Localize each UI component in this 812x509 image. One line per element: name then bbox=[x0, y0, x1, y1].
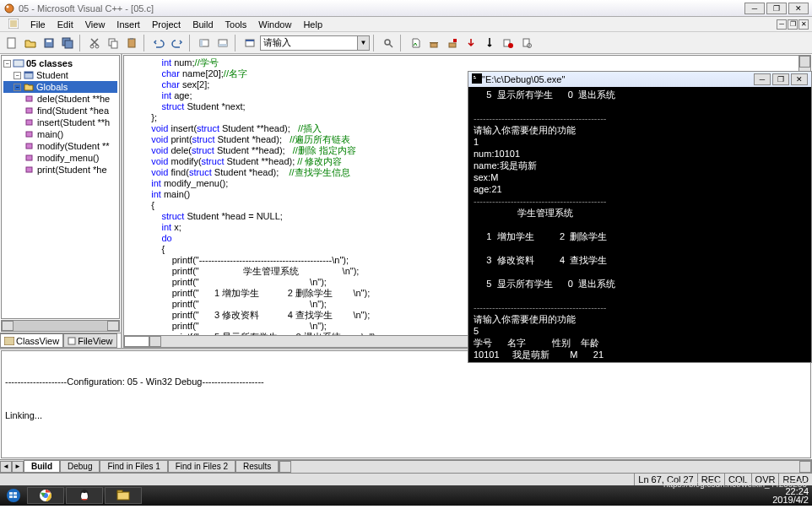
collapse-icon[interactable]: − bbox=[3, 60, 11, 68]
find-in-files-icon[interactable] bbox=[518, 35, 535, 51]
tree-item-label: main() bbox=[37, 129, 63, 139]
execute-icon[interactable] bbox=[463, 35, 479, 51]
mdi-minimize[interactable]: ─ bbox=[777, 19, 787, 30]
stop-build-icon[interactable] bbox=[444, 35, 461, 51]
output-tab-find2[interactable]: Find in Files 2 bbox=[168, 460, 235, 473]
menu-insert[interactable]: Insert bbox=[111, 19, 145, 30]
redo-icon[interactable] bbox=[169, 35, 186, 51]
func-icon bbox=[24, 141, 35, 151]
undo-icon[interactable] bbox=[150, 35, 167, 51]
expand-icon[interactable]: − bbox=[14, 84, 21, 91]
tree-item[interactable]: modify_menu() bbox=[3, 152, 117, 164]
chevron-down-icon[interactable]: ▼ bbox=[357, 36, 369, 50]
tree-item[interactable]: print(Student *he bbox=[3, 164, 117, 176]
scroll-up-icon[interactable] bbox=[799, 56, 810, 68]
output-tab-find1[interactable]: Find in Files 1 bbox=[100, 460, 167, 473]
tree-item-label: modify(Student ** bbox=[37, 141, 110, 151]
console-window[interactable]: "E:\c\Debug\05.exe" ─ ❐ ✕ 5 显示所有学生 0 退出系… bbox=[468, 71, 812, 363]
output-tab-build[interactable]: Build bbox=[24, 460, 60, 473]
split-handle[interactable] bbox=[124, 336, 149, 347]
menu-tools[interactable]: Tools bbox=[220, 19, 252, 30]
svg-rect-12 bbox=[128, 39, 135, 47]
find-combo[interactable]: 请输入 ▼ bbox=[260, 35, 370, 51]
tree-root[interactable]: − 05 classes bbox=[3, 57, 117, 69]
tree-item[interactable]: −Student bbox=[3, 69, 117, 81]
separator bbox=[400, 35, 403, 51]
tree-item[interactable]: modify(Student ** bbox=[3, 140, 117, 152]
console-title-bar[interactable]: "E:\c\Debug\05.exe" ─ ❐ ✕ bbox=[468, 72, 811, 87]
class-tree[interactable]: − 05 classes −Student−Globalsdele(Studen… bbox=[1, 55, 120, 319]
output-content[interactable]: --------------------Configuration: 05 - … bbox=[1, 350, 811, 458]
minimize-button[interactable]: ─ bbox=[744, 3, 765, 14]
output-area: --------------------Configuration: 05 - … bbox=[0, 348, 812, 473]
go-icon[interactable] bbox=[481, 35, 498, 51]
breakpoint-icon[interactable] bbox=[500, 35, 517, 51]
expand-icon[interactable]: − bbox=[14, 72, 21, 79]
find-icon[interactable] bbox=[380, 35, 397, 51]
tree-hscroll[interactable] bbox=[1, 320, 120, 332]
svg-rect-48 bbox=[117, 490, 122, 492]
explorer-icon[interactable] bbox=[105, 487, 142, 504]
workspace-icon[interactable] bbox=[196, 35, 213, 51]
new-icon[interactable] bbox=[3, 35, 20, 51]
menu-edit[interactable]: Edit bbox=[52, 19, 78, 30]
classview-tab[interactable]: ClassView bbox=[0, 333, 63, 348]
compile-icon[interactable] bbox=[407, 35, 424, 51]
save-icon[interactable] bbox=[41, 35, 57, 51]
cut-icon[interactable] bbox=[86, 35, 103, 51]
window-list-icon[interactable] bbox=[241, 35, 258, 51]
tree-item[interactable]: main() bbox=[3, 128, 117, 140]
save-all-icon[interactable] bbox=[59, 35, 76, 51]
tree-item[interactable]: insert(Student **h bbox=[3, 116, 117, 128]
output-icon[interactable] bbox=[214, 35, 231, 51]
svg-rect-32 bbox=[26, 108, 32, 113]
tree-item[interactable]: −Globals bbox=[3, 81, 117, 93]
scroll-left-icon[interactable] bbox=[149, 336, 161, 347]
mdi-controls: ─ ❐ ✕ bbox=[777, 19, 809, 30]
console-body[interactable]: 5 显示所有学生 0 退出系统 ------------------------… bbox=[468, 87, 811, 362]
tree-item-label: dele(Student **he bbox=[37, 94, 110, 104]
console-maximize[interactable]: ❐ bbox=[772, 73, 789, 85]
console-minimize[interactable]: ─ bbox=[754, 73, 771, 85]
mdi-close[interactable]: ✕ bbox=[798, 19, 809, 30]
tree-item-label: Student bbox=[36, 70, 68, 80]
menu-view[interactable]: View bbox=[80, 19, 111, 30]
watermark: https://blog.csdn.net/weixin_44259250 bbox=[663, 479, 807, 489]
separator bbox=[143, 35, 147, 51]
menu-window[interactable]: Window bbox=[253, 19, 296, 30]
clock[interactable]: 22:242019/4/2 bbox=[772, 487, 809, 504]
svg-rect-23 bbox=[453, 39, 457, 42]
maximize-button[interactable]: ❐ bbox=[766, 3, 787, 14]
fileview-tab[interactable]: FileView bbox=[63, 333, 116, 348]
menu-help[interactable]: Help bbox=[298, 19, 328, 30]
tree-item[interactable]: find(Student *hea bbox=[3, 105, 117, 116]
build-icon[interactable] bbox=[425, 35, 442, 51]
output-tab-debug[interactable]: Debug bbox=[60, 460, 100, 473]
open-icon[interactable] bbox=[22, 35, 39, 51]
paste-icon[interactable] bbox=[123, 35, 140, 51]
tab-scroll-right[interactable]: ► bbox=[12, 461, 24, 473]
svg-rect-5 bbox=[46, 40, 51, 42]
qq-icon[interactable] bbox=[66, 487, 103, 504]
menu-file[interactable]: File bbox=[25, 19, 51, 30]
svg-point-46 bbox=[85, 493, 88, 495]
scroll-right-icon[interactable] bbox=[107, 321, 119, 331]
output-tab-results[interactable]: Results bbox=[235, 460, 279, 473]
menu-project[interactable]: Project bbox=[147, 19, 186, 30]
close-button[interactable]: ✕ bbox=[788, 3, 809, 14]
output-line: Linking... bbox=[5, 410, 807, 420]
start-button[interactable] bbox=[2, 487, 25, 504]
scroll-left-icon[interactable] bbox=[2, 321, 14, 331]
svg-rect-47 bbox=[117, 492, 129, 500]
mdi-restore[interactable]: ❐ bbox=[788, 19, 798, 30]
tab-scroll-left[interactable]: ◄ bbox=[0, 461, 12, 473]
copy-icon[interactable] bbox=[105, 35, 122, 51]
console-close[interactable]: ✕ bbox=[791, 73, 808, 85]
menu-build[interactable]: Build bbox=[187, 19, 218, 30]
tree-item[interactable]: dele(Student **he bbox=[3, 93, 117, 105]
func-icon bbox=[24, 129, 35, 139]
output-line: --------------------Configuration: 05 - … bbox=[5, 376, 807, 387]
chrome-icon[interactable] bbox=[27, 487, 64, 504]
scroll-left-icon[interactable] bbox=[279, 461, 291, 473]
scroll-right-icon[interactable] bbox=[799, 461, 811, 473]
